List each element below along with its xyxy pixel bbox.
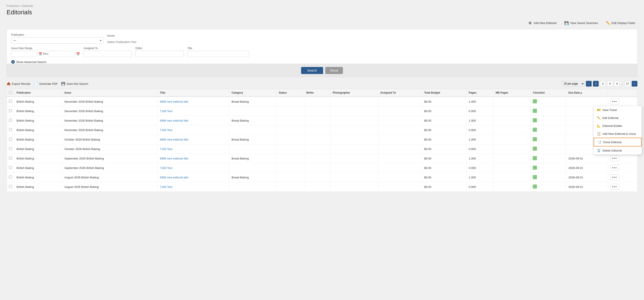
thru-label: thru (43, 52, 48, 56)
row-title-link[interactable]: 7168 Test (160, 147, 172, 151)
row-actions-button[interactable]: ••• (610, 184, 619, 190)
row-title-link[interactable]: 7168 Test (160, 166, 172, 170)
row-actions-button[interactable]: ••• (610, 174, 619, 180)
search-button[interactable]: Search (301, 67, 323, 74)
issues-label: Issues (107, 34, 633, 37)
row-title-link[interactable]: 6896 new editorial title (160, 119, 188, 122)
row-actions-button[interactable]: ••• (610, 165, 619, 171)
breadcrumb-current: Editorials (22, 5, 33, 8)
date-to-input[interactable] (49, 51, 75, 57)
row-title-link[interactable]: 6896 new editorial title (160, 176, 188, 179)
checklist-icon (533, 118, 537, 122)
row-title-link[interactable]: 7168 Test (160, 110, 172, 113)
table-row: British Baking November 2026 British Bak… (7, 125, 638, 135)
row-checklist (531, 154, 566, 163)
page-2-button[interactable]: 2 (600, 81, 606, 87)
row-photographer (330, 154, 378, 163)
next-page-button[interactable]: › (632, 81, 638, 87)
breadcrumb-parent[interactable]: Production (6, 5, 19, 8)
row-checkbox[interactable] (9, 138, 12, 141)
row-publication: British Baking (14, 97, 62, 106)
row-checkbox[interactable] (9, 100, 12, 103)
row-total-budget: $0.00 (422, 125, 466, 135)
row-checkbox[interactable] (9, 176, 12, 178)
row-checklist (531, 106, 566, 116)
generate-pdf-button[interactable]: 📄 Generate PDF (34, 82, 58, 86)
calendar-to-icon[interactable]: 📅 (76, 52, 80, 56)
page-3-button[interactable]: 3 (607, 81, 613, 87)
menu-item-add-to-issue[interactable]: 📋 Add New Editorial to Issue (594, 130, 642, 138)
table-row: British Baking September 2026 British Ba… (7, 163, 638, 173)
select-all-checkbox[interactable] (9, 91, 12, 94)
th-status: Status (276, 89, 304, 97)
page-4-button[interactable]: 4 (614, 81, 620, 87)
builder-icon: 📐 (597, 124, 601, 128)
search-footer: Search Reset (7, 64, 637, 77)
th-due-date[interactable]: Due Date▲ (566, 89, 608, 97)
row-checkbox[interactable] (9, 119, 12, 122)
row-pages: 1.000 (466, 97, 493, 106)
prev-page-button[interactable]: ‹ (586, 81, 592, 87)
publication-select[interactable]: — (11, 37, 104, 44)
row-actions-button[interactable]: ••• (610, 99, 619, 104)
menu-item-clone-editorial[interactable]: 📑 Clone Editorial (594, 138, 642, 146)
calendar-from-icon[interactable]: 📅 (38, 52, 42, 56)
reset-button[interactable]: Reset (325, 67, 343, 74)
export-results-button[interactable]: 📤 Export Results (6, 82, 30, 86)
export-results-label: Export Results (12, 82, 30, 86)
page-1-button[interactable]: 1 (593, 81, 599, 87)
row-assigned-to (378, 106, 422, 116)
row-checkbox[interactable] (9, 185, 12, 188)
save-search-button[interactable]: 💾 Save this Search (61, 82, 88, 86)
row-category (229, 125, 277, 135)
row-title-link[interactable]: 7168 Test (160, 128, 172, 132)
row-title-link[interactable]: 6896 new editorial title (160, 157, 188, 160)
view-saved-searches-label: View Saved Searches (570, 21, 598, 25)
row-title: 7168 Test (158, 106, 229, 116)
row-status (276, 173, 304, 182)
row-checkbox[interactable] (9, 109, 12, 112)
context-menu: 🎫 View Ticket ✏️ Edit Editorial 📐 Editor… (594, 106, 642, 155)
row-category (229, 106, 277, 116)
row-category: Bread Baking (229, 116, 277, 125)
edit-display-fields-label: Edit Display Fields (612, 21, 635, 25)
menu-item-view-ticket[interactable]: 🎫 View Ticket (594, 106, 642, 114)
save-search-label: Save this Search (66, 82, 88, 86)
row-title-link[interactable]: 7168 Test (160, 185, 172, 189)
menu-item-editorial-builder[interactable]: 📐 Editorial Builder (594, 122, 642, 130)
advanced-search-toggle[interactable]: Show Advanced Search (11, 60, 46, 64)
edit-icon: ✏️ (597, 116, 601, 120)
row-checkbox[interactable] (9, 147, 12, 150)
date-from-input[interactable] (11, 51, 38, 57)
th-pages: Pages (466, 89, 493, 97)
row-title-link[interactable]: 6896 new editorial title (160, 138, 188, 141)
title-input[interactable] (187, 51, 249, 57)
row-publication: British Baking (14, 106, 62, 116)
editor-input[interactable] (135, 51, 184, 57)
search-panel: Publication — ▼ Issues Select Publicatio… (6, 29, 638, 77)
row-title-link[interactable]: 6896 new editorial title (160, 100, 188, 103)
row-checkbox[interactable] (9, 128, 12, 131)
menu-item-delete-editorial[interactable]: 🗑️ Delete Editorial (594, 146, 642, 154)
page-17-button[interactable]: 17 (625, 81, 630, 87)
row-publication: British Baking (14, 135, 62, 144)
row-issue: December 2026 British Baking (62, 106, 158, 116)
row-issue: November 2026 British Baking (62, 125, 158, 135)
row-checkbox[interactable] (9, 157, 12, 159)
menu-item-edit-editorial[interactable]: ✏️ Edit Editorial (594, 114, 642, 122)
clone-icon: 📑 (597, 140, 601, 144)
row-issue: August 2026 British Baking (62, 173, 158, 182)
assigned-to-input[interactable] (84, 51, 132, 57)
th-total-budget: Total Budget (422, 89, 466, 97)
add-new-editorial-button[interactable]: ⊕ Add New Editorial (526, 19, 558, 27)
editor-label: Editor (135, 47, 184, 50)
view-saved-searches-button[interactable]: 💾 View Saved Searches (562, 19, 600, 27)
results-toolbar: 📤 Export Results 📄 Generate PDF 💾 Save t… (6, 81, 638, 87)
th-issue: Issue (62, 89, 158, 97)
row-checkbox-cell (7, 144, 14, 154)
row-publication: British Baking (14, 116, 62, 125)
per-page-select[interactable]: 25 per page 50 per page 100 per page (562, 81, 584, 87)
edit-display-fields-button[interactable]: ✏️ Edit Display Fields (604, 19, 638, 27)
row-checkbox[interactable] (9, 166, 12, 169)
row-actions-button[interactable]: ••• (610, 156, 619, 161)
